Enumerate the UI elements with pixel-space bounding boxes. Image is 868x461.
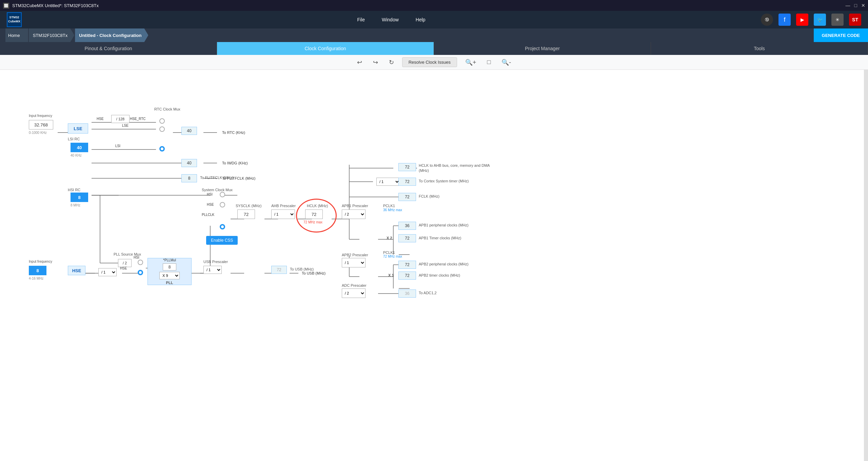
sys-mux-label: System Clock Mux bbox=[202, 188, 233, 192]
input-freq-1-value[interactable]: 32.768 bbox=[29, 120, 53, 129]
pll-radio-hse[interactable] bbox=[138, 270, 143, 275]
svg-text:LSI: LSI bbox=[115, 144, 120, 148]
apb2-timer-out[interactable]: 72 bbox=[398, 272, 416, 280]
cortex-prescaler-select[interactable]: / 1 bbox=[376, 178, 400, 186]
apb2-periph-out[interactable]: 72 bbox=[398, 261, 416, 269]
breadcrumb-bar: Home STM32F103C8Tx Untitled - Clock Conf… bbox=[0, 28, 868, 42]
pll-mul-label: *PLLMul bbox=[163, 258, 176, 262]
apb1-label: APB1 Prescaler bbox=[342, 204, 368, 208]
youtube-icon[interactable]: ▶ bbox=[796, 14, 808, 26]
ahb-prescaler-select[interactable]: / 1 / 2 / 4 bbox=[271, 209, 295, 219]
right-scrollbar[interactable] bbox=[864, 70, 868, 461]
main-content: LSE HSE HSE_RTC LSI To RTC (KHz) To IWDG… bbox=[0, 70, 868, 461]
pll-val-box[interactable]: 8 bbox=[163, 263, 176, 270]
hse-box[interactable]: HSE bbox=[68, 266, 85, 275]
adc-prescaler-select[interactable]: / 2 / 4 / 6 / 8 bbox=[342, 288, 366, 298]
apb2-timer-label: APB2 timer clocks (MHz) bbox=[419, 273, 460, 277]
st-icon[interactable]: ST bbox=[849, 14, 861, 26]
rtc-radio-lse[interactable] bbox=[159, 126, 165, 132]
pllclk-mux-label: PLLCLK bbox=[202, 213, 214, 217]
hclk-value[interactable]: 72 bbox=[305, 209, 323, 219]
cortex-timer-label: To Cortex System timer (MHz) bbox=[419, 179, 469, 183]
lse-box[interactable]: LSE bbox=[68, 123, 88, 134]
rtc-radio-hse[interactable] bbox=[159, 118, 165, 124]
usb-out[interactable]: 72 bbox=[271, 266, 287, 274]
div128-box[interactable]: / 128 bbox=[111, 115, 130, 123]
sys-radio-pllclk[interactable] bbox=[220, 224, 225, 229]
menu-items: File Window Help bbox=[42, 17, 741, 22]
sysclk-value[interactable]: 72 bbox=[237, 209, 255, 219]
rtc-out-box[interactable]: 40 bbox=[181, 127, 197, 135]
undo-button[interactable]: ↩ bbox=[354, 57, 365, 67]
hclk-ahb-out[interactable]: 72 bbox=[398, 163, 416, 171]
flitf-label: To FLITFCLK (MHz) bbox=[200, 176, 233, 180]
tab-tools[interactable]: Tools bbox=[651, 42, 868, 55]
hsi-rc-label: HSI RC bbox=[68, 188, 80, 192]
hse-div1-select[interactable]: / 1 / 2 bbox=[98, 268, 117, 276]
svg-text:To IWDG (KHz): To IWDG (KHz) bbox=[222, 161, 248, 165]
network-icon[interactable]: ✳ bbox=[831, 14, 844, 26]
tab-pinout[interactable]: Pinout & Configuration bbox=[0, 42, 217, 55]
breadcrumb-device[interactable]: STM32F103C8Tx bbox=[29, 28, 75, 42]
sys-radio-hse[interactable] bbox=[220, 202, 225, 207]
pll-radio-hsi[interactable] bbox=[138, 260, 143, 265]
lsi-value-box[interactable]: 40 bbox=[71, 143, 88, 152]
usb-prescaler-select[interactable]: / 1 / 1.5 bbox=[203, 266, 222, 274]
menu-window[interactable]: Window bbox=[382, 17, 399, 22]
svg-text:HSE_RTC: HSE_RTC bbox=[130, 117, 146, 121]
input-freq-1-label: Input frequency bbox=[29, 114, 52, 118]
svg-text:LSE: LSE bbox=[122, 124, 129, 127]
fclk-out[interactable]: 72 bbox=[398, 193, 416, 201]
tab-bar: Pinout & Configuration Clock Configurati… bbox=[0, 42, 868, 55]
twitter-icon[interactable]: 🐦 bbox=[814, 14, 826, 26]
apb1-timer-out[interactable]: 72 bbox=[398, 234, 416, 242]
svg-text:To USB (MHz): To USB (MHz) bbox=[302, 271, 326, 275]
pll-label: PLL bbox=[166, 281, 173, 285]
title-bar-text: STM32CubeMX Untitled*: STM32F103C8Tx bbox=[12, 3, 99, 8]
apb1-prescaler-select[interactable]: / 2 / 1 / 4 bbox=[342, 209, 366, 219]
facebook-icon[interactable]: f bbox=[778, 14, 791, 26]
cortex-timer-out[interactable]: 72 bbox=[398, 178, 416, 186]
close-button[interactable]: ✕ bbox=[861, 3, 865, 8]
flitf-out-box[interactable]: 8 bbox=[181, 174, 197, 182]
enable-css-button[interactable]: Enable CSS bbox=[206, 236, 238, 245]
hsi-value-box[interactable]: 8 bbox=[71, 193, 88, 202]
fit-button[interactable]: □ bbox=[484, 57, 493, 67]
refresh-button[interactable]: ↻ bbox=[386, 57, 397, 67]
breadcrumb-home[interactable]: Home bbox=[5, 28, 28, 42]
pll-mul-select[interactable]: X 9 X 2 X 3 bbox=[159, 272, 180, 279]
maximize-button[interactable]: □ bbox=[854, 3, 857, 8]
input-freq-2-value[interactable]: 8 bbox=[29, 266, 46, 275]
redo-button[interactable]: ↪ bbox=[370, 57, 381, 67]
generate-code-button[interactable]: GENERATE CODE bbox=[814, 28, 868, 42]
menu-file[interactable]: File bbox=[357, 17, 365, 22]
pll-hse-label: HSE bbox=[120, 266, 127, 270]
adc-label: ADC Prescaler bbox=[342, 283, 367, 287]
pll-hsi-label: HSI bbox=[134, 256, 139, 259]
apb2-periph-label: APB2 peripheral clocks (MHz) bbox=[419, 262, 469, 266]
adc-out[interactable]: 36 bbox=[398, 289, 416, 298]
menu-help[interactable]: Help bbox=[416, 17, 426, 22]
sys-radio-hsi[interactable] bbox=[220, 192, 225, 197]
hclk-ahb-label: HCLK to AHB bus, core, memory and DMA (M… bbox=[419, 163, 493, 174]
apb2-prescaler-select[interactable]: / 1 / 2 bbox=[342, 258, 366, 267]
pclk2-max-label: 72 MHz max bbox=[383, 255, 402, 258]
input-freq-2-range: 4-16 MHz bbox=[29, 277, 43, 280]
rtc-radio-lsi[interactable] bbox=[159, 146, 165, 152]
input-freq-1-range: 0-1000 KHz bbox=[29, 131, 47, 135]
logo-area: STM32CubeMX bbox=[7, 12, 22, 27]
iwdg-out-box[interactable]: 40 bbox=[181, 159, 197, 167]
tab-project[interactable]: Project Manager bbox=[434, 42, 651, 55]
usb-out-label: To USB (MHz) bbox=[290, 267, 314, 271]
hsi-mux-label: HSI bbox=[207, 193, 213, 196]
lsi-rc-label: LSI RC bbox=[68, 137, 80, 141]
zoom-in-button[interactable]: 🔍+ bbox=[462, 57, 479, 67]
resolve-clock-button[interactable]: Resolve Clock Issues bbox=[402, 57, 457, 67]
apb1-periph-label: APB1 peripheral clocks (MHz) bbox=[419, 223, 469, 227]
zoom-out-button[interactable]: 🔍- bbox=[499, 57, 514, 67]
breadcrumb-clock-config[interactable]: Untitled - Clock Configuration bbox=[75, 28, 148, 42]
logo-text: STM32CubeMX bbox=[8, 16, 20, 23]
apb1-periph-out[interactable]: 36 bbox=[398, 222, 416, 230]
tab-clock[interactable]: Clock Configuration bbox=[217, 42, 434, 55]
minimize-button[interactable]: — bbox=[846, 3, 850, 8]
